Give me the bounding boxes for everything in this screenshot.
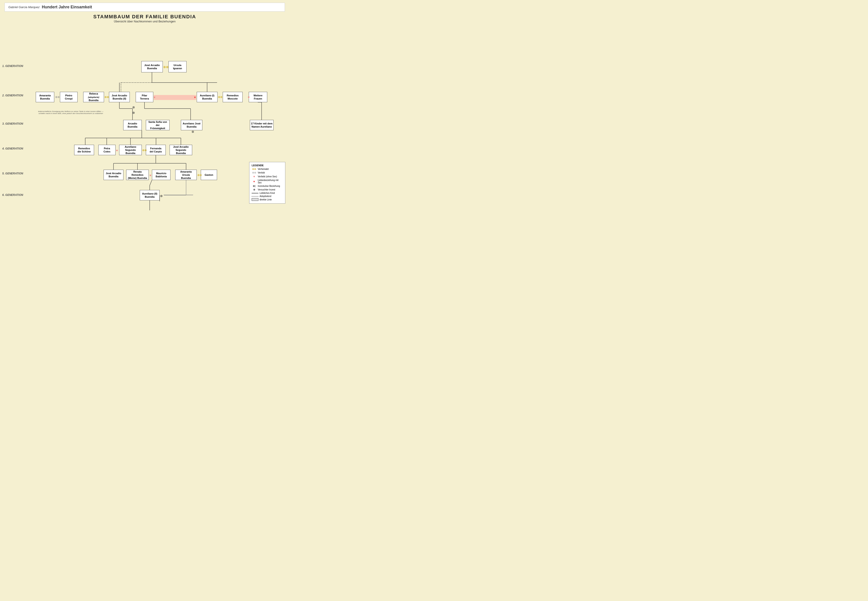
incest-line: [164, 195, 193, 195]
legend-leiblich: Leibliches Kind: [252, 192, 283, 194]
person-fernanda: Fernandadel Carpio: [146, 145, 166, 155]
person-santa-sofia: Santa Sofia von derFrömmigkeit: [146, 120, 170, 130]
person-pilar-ternera: PilarTernera: [136, 92, 153, 102]
line-sample-solid: [252, 193, 259, 194]
person-aureliano-segundo: Aureliano SegundoBuendia: [119, 145, 142, 155]
person-gaston: Gaston: [201, 170, 217, 180]
gen-label-2: 2. GENERATION: [2, 94, 23, 97]
pink-bar-pilar-aureliano: [154, 95, 196, 100]
person-amaranta-buendia: AmarantaBuendia: [36, 92, 54, 102]
symbol-heart-renata-maur: ♥: [149, 174, 151, 177]
person-jose-arcadio-buendia: José ArcadioBuendia: [141, 61, 163, 72]
legend-verliebt: ♥ Verliebt (ohne Sex): [252, 175, 283, 178]
symbol-married-rebeca-jose: ⊕⊕: [105, 95, 109, 99]
person-remedios-moscote: RemediosMoscote: [223, 92, 243, 102]
legend-direkte-linie: direkte Linie: [252, 198, 283, 201]
symbol-heart-petra-aur: ♥: [116, 149, 118, 152]
person-remedios-schone: Remediosdie Schöne: [74, 145, 94, 155]
person-jose-arcadio-II: José ArcadioBuendia (II): [109, 92, 130, 102]
tree-lines: [0, 25, 289, 211]
symbol-married-amaranta-gaston: ⊕⊕: [197, 174, 202, 177]
svg-line-28: [150, 180, 152, 186]
person-ursula-iguaran: UrsulaIguaran: [169, 61, 187, 72]
person-rebeca-buendia: Rebeca(adoptierte) Buendia: [83, 92, 104, 102]
header-bar: Gabriel Garcia Marquez Hundert Jahre Ein…: [5, 3, 285, 12]
symbol-married-1: ⊕⊕: [163, 65, 169, 69]
person-jose-arcadio-segundo: José ArcadioSegundo Buendia: [170, 145, 192, 155]
symbol-incest-2: ⊗: [132, 111, 135, 114]
symbol-incest-1: ⊗: [132, 105, 135, 109]
legend-adoptiv: Adoptivkind: [252, 195, 283, 197]
person-renata-remedios: Renata Remedios(Meme) Buendia: [126, 170, 149, 180]
header-author: Gabriel Garcia Marquez: [8, 5, 40, 9]
legend-verlobt: ⊕⊕ Verlobt: [252, 171, 283, 174]
symbol-legend-engaged: ⊕⊕: [252, 171, 257, 174]
symbol-legend-married: ⊕⊕: [252, 168, 257, 171]
person-weitere-frauen: Weitere Frauen: [249, 92, 267, 102]
symbol-love-pilar-aureliano: ♥: [194, 95, 196, 99]
person-aureliano-jose: Aureliano JoséBuendia: [181, 120, 203, 130]
person-aureliano-II: Aureliano (II)Buendia: [140, 190, 160, 200]
symbol-legend-incest: ⊗|: [252, 185, 257, 188]
symbol-incest-aureliano-II: ⊗: [160, 194, 163, 198]
legend-title: LEGENDE: [252, 164, 283, 167]
person-17-kinder: 17 Kinder mit demNamen Aureliano: [250, 120, 274, 130]
legend-liebe-mit-sex: ♥ Liebesbeziehung mit Sex: [252, 179, 283, 184]
line-sample-dotted: [252, 196, 259, 197]
note-amaranta-pietro: leidenschaftliche Zuneigung des Neffens …: [36, 110, 106, 114]
person-arcadio: ArcadioBuendia: [123, 120, 142, 130]
main-subtitle: Übersicht über Nachkommen und Beziehunge…: [0, 20, 289, 23]
legend-versuch-inzest: ⊗ Versuchter Inzest: [252, 188, 283, 191]
person-mauricio: MauricioBabilonia: [152, 170, 171, 180]
legend-verheiratet: ⊕⊕ Verheiratet: [252, 168, 283, 171]
header-title: Hundert Jahre Einsamkeit: [42, 5, 92, 9]
symbol-verlobt-amaranta-pietro: ⊕⊕: [55, 95, 60, 99]
symbol-legend-love-no-sex: ♥: [252, 175, 257, 178]
legend-box-sample: [252, 198, 259, 201]
person-jose-arcadio-5: José ArcadioBuendia: [104, 170, 123, 180]
gen-label-5: 5. GENERATION: [2, 172, 23, 175]
symbol-heart-pilar: ♥: [154, 95, 155, 99]
legend-box: LEGENDE ⊕⊕ Verheiratet ⊕⊕ Verlobt ♥ Verl…: [249, 162, 285, 204]
person-petra-cotes: PetraCotes: [98, 145, 116, 155]
legend-inzest: ⊗| Inzestuöse Beziehung: [252, 185, 283, 188]
chart-area: 1. GENERATION 2. GENERATION 3. GENERATIO…: [0, 25, 289, 211]
gen-label-4: 4. GENERATION: [2, 147, 23, 150]
person-aureliano-I: Aureliano (I)Buendia: [197, 92, 218, 102]
symbol-legend-attempted-incest: ⊗: [252, 188, 257, 191]
symbol-incest-jose: ⊗: [192, 130, 194, 133]
person-amaranta-ursula: Amaranta UrsulaBuendia: [175, 170, 197, 180]
person-pietro-crespi: PietroCrespi: [60, 92, 78, 102]
symbol-legend-love-sex: ♥: [252, 180, 257, 183]
symbol-married-aur-fern: ⊕⊕: [142, 149, 147, 152]
gen-label-6: 6. GENERATION: [2, 194, 23, 197]
gen-label-3: 3. GENERATION: [2, 122, 23, 125]
gen-label-1: 1. GENERATION: [2, 64, 23, 68]
symbol-married-aureliano-remedios: ⊕⊕: [218, 95, 222, 99]
main-title: STAMMBAUM DER FAMILIE BUENDIA: [0, 14, 289, 20]
symbol-heart-weitere: ♥: [248, 95, 250, 99]
